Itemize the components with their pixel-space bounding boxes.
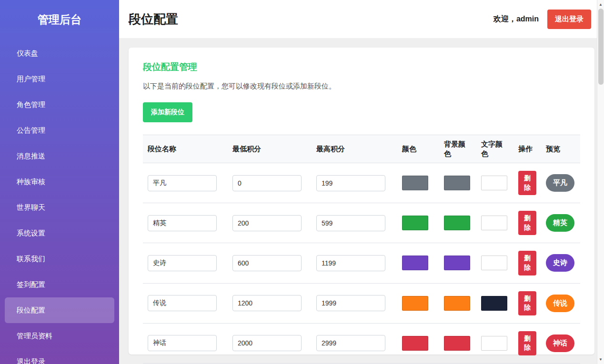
bg-color-swatch[interactable] [444,216,470,230]
text-color-cell [476,283,513,323]
bg-color-cell [439,243,476,283]
rank-name-input[interactable] [148,175,217,191]
delete-rank-button[interactable]: 删除 [518,331,536,355]
min-score-input[interactable] [232,295,302,311]
max-score-input[interactable] [316,255,385,271]
color-swatch[interactable] [402,176,428,190]
delete-rank-button[interactable]: 删除 [518,211,536,235]
preview-cell: 史诗 [541,243,580,283]
max-score-input[interactable] [316,175,385,191]
color-swatch[interactable] [402,216,428,230]
content-area: 段位配置 欢迎，admin 退出登录 段位配置管理 以下是当前的段位配置，您可以… [119,0,604,364]
preview-cell: 神话 [541,323,580,363]
max-score-cell [312,163,397,203]
sidebar-item[interactable]: 用户管理 [0,66,119,92]
max-score-cell [312,283,397,323]
section-description: 以下是当前的段位配置，您可以修改现有段位或添加新段位。 [143,82,580,91]
rank-name-cell [143,283,228,323]
sidebar-item[interactable]: 签到配置 [0,272,119,297]
column-header: 最低积分 [228,135,312,163]
rank-table-header-row: 段位名称最低积分最高积分颜色背景颜色文字颜色操作预览 [143,135,580,163]
sidebar-item[interactable]: 仪表盘 [0,40,119,66]
sidebar-item[interactable]: 退出登录 [0,349,119,364]
scrollbar-thumb[interactable] [598,9,604,85]
column-header: 预览 [541,135,580,163]
color-swatch[interactable] [402,256,428,270]
logout-button[interactable]: 退出登录 [547,10,591,29]
rank-table-body: 删除平凡删除精英删除史诗删除传说删除神话删除超神 [143,163,580,364]
sidebar-item[interactable]: 消息推送 [0,143,119,169]
actions-cell: 删除 [513,283,541,323]
rank-preview-badge: 传说 [546,295,574,312]
max-score-input[interactable] [316,335,385,351]
actions-cell: 删除 [513,323,541,363]
rank-preview-badge: 神话 [546,334,574,352]
color-swatch[interactable] [402,336,428,351]
min-score-cell [228,163,312,203]
sidebar-item[interactable]: 种族审核 [0,169,119,195]
rank-row: 删除神话 [143,323,580,363]
rank-name-input[interactable] [148,255,217,271]
bg-color-cell [439,283,476,323]
preview-cell: 精英 [541,203,580,243]
sidebar-item[interactable]: 联系我们 [0,246,119,272]
color-cell [397,203,439,243]
bg-color-swatch[interactable] [444,256,470,270]
min-score-input[interactable] [232,215,302,231]
bg-color-cell [439,163,476,203]
rank-name-cell [143,203,228,243]
rank-preview-badge: 史诗 [546,254,574,272]
main-area: 段位配置管理 以下是当前的段位配置，您可以修改现有段位或添加新段位。 添加新段位… [119,38,604,364]
color-swatch[interactable] [402,296,428,311]
sidebar-item[interactable]: 世界聊天 [0,195,119,220]
max-score-cell [312,203,397,243]
color-cell [397,163,439,203]
bg-color-swatch[interactable] [444,336,470,351]
text-color-cell [476,203,513,243]
text-color-swatch[interactable] [481,256,507,270]
sidebar-item[interactable]: 公告管理 [0,118,119,143]
column-header: 最高积分 [312,135,397,163]
bg-color-swatch[interactable] [444,296,470,311]
text-color-swatch[interactable] [481,216,507,230]
min-score-cell [228,203,312,243]
text-color-swatch[interactable] [481,296,507,311]
bg-color-cell [439,323,476,363]
sidebar: 管理后台 仪表盘用户管理角色管理公告管理消息推送种族审核世界聊天系统设置联系我们… [0,0,119,364]
bg-color-swatch[interactable] [444,176,470,190]
text-color-cell [476,323,513,363]
min-score-input[interactable] [232,175,302,191]
scroll-up-icon[interactable]: ▲ [599,0,603,9]
rank-name-input[interactable] [148,335,217,351]
sidebar-item[interactable]: 管理员资料 [0,323,119,349]
rank-name-cell [143,323,228,363]
delete-rank-button[interactable]: 删除 [518,291,536,315]
app-title: 管理后台 [0,0,119,40]
rank-name-input[interactable] [148,215,217,231]
page-title: 段位配置 [129,11,178,28]
rank-preview-badge: 平凡 [546,174,574,192]
vertical-scrollbar[interactable]: ▲ ▼ [597,0,604,364]
min-score-cell [228,243,312,283]
sidebar-item[interactable]: 角色管理 [0,92,119,118]
actions-cell: 删除 [513,203,541,243]
add-rank-button[interactable]: 添加新段位 [143,102,192,122]
column-header: 背景颜色 [439,135,476,163]
min-score-input[interactable] [232,255,302,271]
sidebar-item[interactable]: 系统设置 [0,220,119,246]
text-color-swatch[interactable] [481,176,507,190]
rank-name-input[interactable] [148,295,217,311]
scroll-down-icon[interactable]: ▼ [599,355,603,364]
sidebar-item[interactable]: 段位配置 [5,297,114,323]
max-score-input[interactable] [316,295,385,311]
min-score-cell [228,283,312,323]
section-title: 段位配置管理 [143,61,580,73]
max-score-input[interactable] [316,215,385,231]
rank-row: 删除精英 [143,203,580,243]
delete-rank-button[interactable]: 删除 [518,171,536,195]
min-score-input[interactable] [232,335,302,351]
column-header: 段位名称 [143,135,228,163]
delete-rank-button[interactable]: 删除 [518,251,536,275]
sidebar-menu: 仪表盘用户管理角色管理公告管理消息推送种族审核世界聊天系统设置联系我们签到配置段… [0,40,119,364]
text-color-swatch[interactable] [481,336,507,351]
